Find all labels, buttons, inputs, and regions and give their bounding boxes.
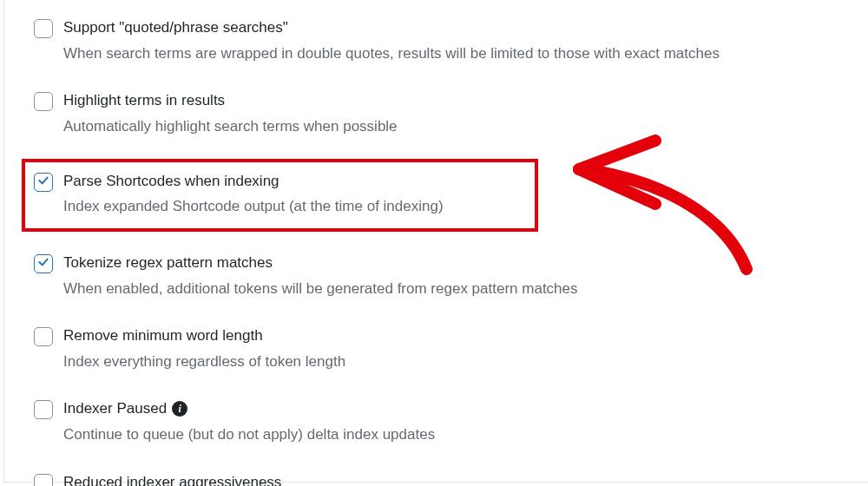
info-icon[interactable]: i [172,401,187,417]
option-item-reduced-aggressiveness: Reduced indexer aggressivenessProcess le… [34,472,842,486]
option-item-parse-shortcodes: Parse Shortcodes when indexingIndex expa… [22,159,538,232]
option-label[interactable]: Reduced indexer aggressiveness [63,472,842,486]
checkbox-highlight-terms[interactable] [34,92,53,111]
checkbox-remove-min-word[interactable] [34,327,53,346]
option-item-quoted-search: Support "quoted/phrase searches"When sea… [34,17,842,64]
option-label[interactable]: Parse Shortcodes when indexing [63,171,535,192]
option-label-text: Indexer Paused [63,398,167,419]
option-description: Index everything regardless of token len… [63,351,842,373]
option-text: Support "quoted/phrase searches"When sea… [63,17,842,64]
option-text: Highlight terms in resultsAutomatically … [63,90,842,137]
option-text: Parse Shortcodes when indexingIndex expa… [63,171,535,218]
option-item-highlight-terms: Highlight terms in resultsAutomatically … [34,90,842,137]
option-label-text: Reduced indexer aggressiveness [63,472,281,486]
option-label-text: Support "quoted/phrase searches" [63,17,288,38]
settings-panel: Support "quoted/phrase searches"When sea… [3,0,868,483]
checkbox-parse-shortcodes[interactable] [34,173,53,192]
option-item-tokenize-regex: Tokenize regex pattern matchesWhen enabl… [34,253,842,299]
checkbox-tokenize-regex[interactable] [34,254,53,273]
option-item-indexer-paused: Indexer PausediContinue to queue (but do… [34,398,842,445]
checkbox-reduced-aggressiveness[interactable] [34,474,53,486]
option-text: Indexer PausediContinue to queue (but do… [63,398,842,445]
option-label-text: Parse Shortcodes when indexing [63,171,279,192]
option-label-text: Highlight terms in results [63,90,225,111]
option-description: Automatically highlight search terms whe… [63,115,842,138]
option-text: Tokenize regex pattern matchesWhen enabl… [63,253,842,299]
options-list: Support "quoted/phrase searches"When sea… [4,0,868,486]
option-label[interactable]: Highlight terms in results [63,90,842,111]
check-icon [36,255,50,273]
option-description: Continue to queue (but do not apply) del… [63,424,842,446]
option-label[interactable]: Indexer Pausedi [63,398,842,419]
option-label[interactable]: Tokenize regex pattern matches [63,253,842,273]
option-description: Index expanded Shortcode output (at the … [63,195,535,218]
option-item-remove-min-word: Remove minimum word lengthIndex everythi… [34,325,842,372]
checkbox-quoted-search[interactable] [34,19,53,38]
option-description: When search terms are wrapped in double … [63,43,842,65]
option-description: When enabled, additional tokens will be … [63,278,842,300]
option-label-text: Remove minimum word length [63,325,263,346]
option-text: Remove minimum word lengthIndex everythi… [63,325,842,372]
option-label[interactable]: Support "quoted/phrase searches" [63,17,842,38]
check-icon [36,174,50,191]
option-label[interactable]: Remove minimum word length [63,325,842,346]
option-text: Reduced indexer aggressivenessProcess le… [63,472,842,486]
option-label-text: Tokenize regex pattern matches [63,253,273,273]
checkbox-indexer-paused[interactable] [34,400,53,419]
